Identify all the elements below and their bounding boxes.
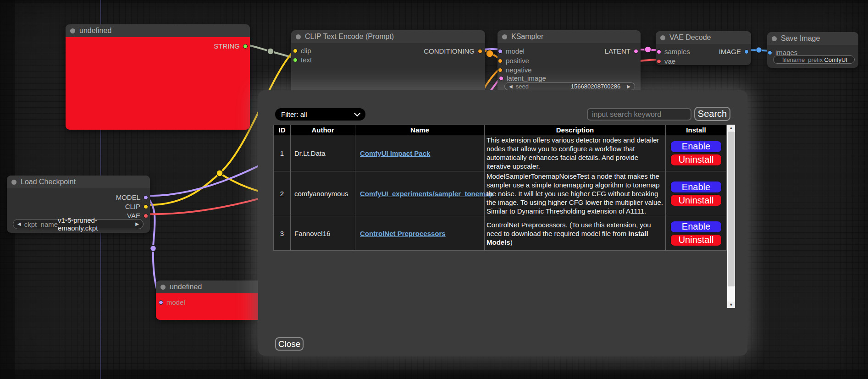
collapse-dot-icon[interactable] xyxy=(11,180,17,185)
reroute-dot-model[interactable] xyxy=(150,246,156,252)
collapse-dot-icon[interactable] xyxy=(296,34,301,39)
input-latent-image[interactable]: latent_image xyxy=(499,74,546,82)
output-model[interactable]: MODEL xyxy=(116,193,148,201)
image-port-dot[interactable] xyxy=(744,49,749,54)
uninstall-button[interactable]: Uninstall xyxy=(670,154,722,166)
description-text: ModelSamplerTonemapNoiseTest a node that… xyxy=(487,172,663,215)
node-titlebar[interactable]: undefined xyxy=(66,24,250,37)
filter-dropdown-label: Filter: all xyxy=(281,110,307,118)
extension-id: 3 xyxy=(274,216,291,251)
node-titlebar[interactable]: KSampler xyxy=(498,30,641,43)
vae-port-dot[interactable] xyxy=(657,59,661,64)
collapse-dot-icon[interactable] xyxy=(160,285,166,290)
output-image[interactable]: IMAGE xyxy=(719,48,749,55)
collapse-dot-icon[interactable] xyxy=(772,36,777,41)
node-body xyxy=(156,293,264,320)
output-conditioning[interactable]: CONDITIONING xyxy=(424,47,482,55)
node-ksampler[interactable]: KSampler model positive negative latent_… xyxy=(498,30,641,94)
seed-increment-icon[interactable] xyxy=(627,84,630,89)
filter-dropdown[interactable]: Filter: all xyxy=(275,108,365,121)
model-port-dot[interactable] xyxy=(159,300,163,305)
scrollbar-thumb[interactable] xyxy=(728,132,735,286)
input-clip[interactable]: clip xyxy=(293,47,311,55)
node-titlebar[interactable]: VAE Decode xyxy=(656,31,751,44)
search-button[interactable]: Search xyxy=(694,107,730,121)
reroute-dot-conditioning[interactable] xyxy=(486,50,493,57)
node-vae-decode[interactable]: VAE Decode samples vae IMAGE xyxy=(656,31,751,65)
latent-image-port-dot[interactable] xyxy=(499,76,503,81)
images-port-dot[interactable] xyxy=(768,50,772,55)
node-titlebar[interactable]: Load Checkpoint xyxy=(7,176,150,188)
node-titlebar[interactable]: CLIP Text Encode (Prompt) xyxy=(291,30,485,43)
node-titlebar[interactable]: undefined xyxy=(156,280,264,293)
input-positive[interactable]: positive xyxy=(498,57,529,65)
clip-port-dot[interactable] xyxy=(144,204,148,209)
extension-name-link[interactable]: ComfyUI Impact Pack xyxy=(360,149,430,157)
enable-button[interactable]: Enable xyxy=(670,221,722,233)
collapse-dot-icon[interactable] xyxy=(660,35,665,40)
enable-button[interactable]: Enable xyxy=(670,141,722,153)
extension-name-link[interactable]: ComfyUI_experiments/sampler_tonemap xyxy=(360,190,493,198)
uninstall-button[interactable]: Uninstall xyxy=(670,194,722,206)
input-vae[interactable]: vae xyxy=(657,57,675,65)
node-save-image[interactable]: Save Image images filename_prefix ComfyU… xyxy=(767,32,858,68)
seed-decrement-icon[interactable] xyxy=(509,84,513,89)
ckpt-name-widget[interactable]: ckpt_name v1-5-pruned-emaonly.ckpt xyxy=(13,219,144,229)
extension-install-cell: EnableUninstall xyxy=(666,135,727,171)
node-clip-text-encode[interactable]: CLIP Text Encode (Prompt) clip text COND… xyxy=(291,30,485,94)
scrollbar-up-icon[interactable]: ▲ xyxy=(727,125,735,131)
input-model[interactable]: model xyxy=(159,298,185,306)
collapse-dot-icon[interactable] xyxy=(502,34,507,39)
reroute-dot-string[interactable] xyxy=(267,48,274,55)
uninstall-button[interactable]: Uninstall xyxy=(670,234,722,246)
vae-port-dot[interactable] xyxy=(144,214,148,218)
reroute-dot-clip[interactable] xyxy=(216,170,223,176)
node-title: KSampler xyxy=(511,33,543,41)
ckpt-decrement-icon[interactable] xyxy=(17,222,21,226)
input-negative[interactable]: negative xyxy=(498,66,532,74)
input-text[interactable]: text xyxy=(293,56,312,64)
node-load-checkpoint[interactable]: Load Checkpoint MODEL CLIP VAE ckpt_name… xyxy=(7,176,150,233)
text-port-dot[interactable] xyxy=(293,58,298,62)
extension-install-cell: EnableUninstall xyxy=(666,216,727,251)
output-latent[interactable]: LATENT xyxy=(605,47,638,55)
output-vae[interactable]: VAE xyxy=(127,212,148,220)
positive-port-dot[interactable] xyxy=(498,59,503,63)
extension-author: Dr.Lt.Data xyxy=(291,135,355,171)
seed-label: seed xyxy=(516,83,529,90)
seed-widget[interactable]: seed 156680208700286 xyxy=(504,82,635,90)
node-undefined-top[interactable]: undefined STRING xyxy=(66,24,250,130)
negative-port-dot[interactable] xyxy=(498,68,503,72)
header-author: Author xyxy=(291,125,355,135)
description-text: ) xyxy=(510,238,513,246)
latent-port-dot[interactable] xyxy=(634,49,638,54)
close-button[interactable]: Close xyxy=(275,337,304,351)
search-input[interactable] xyxy=(587,108,691,121)
seed-value: 156680208700286 xyxy=(571,83,620,90)
string-port-dot[interactable] xyxy=(243,44,248,49)
reroute-dot-image[interactable] xyxy=(756,47,762,53)
ckpt-name-label: ckpt_name xyxy=(24,220,58,228)
output-string[interactable]: STRING xyxy=(214,42,248,50)
extension-description: ModelSamplerTonemapNoiseTest a node that… xyxy=(485,171,666,216)
reroute-dot-latent[interactable] xyxy=(645,46,651,53)
ckpt-name-value: v1-5-pruned-emaonly.ckpt xyxy=(58,216,128,232)
model-port-dot[interactable] xyxy=(144,195,148,200)
node-undefined-bottom[interactable]: undefined model xyxy=(156,280,264,320)
node-titlebar[interactable]: Save Image xyxy=(767,32,858,45)
samples-port-dot[interactable] xyxy=(657,49,661,54)
clip-port-dot[interactable] xyxy=(293,49,298,53)
extension-name-link[interactable]: ControlNet Preprocessors xyxy=(360,230,446,237)
model-port-dot[interactable] xyxy=(498,49,503,54)
ckpt-increment-icon[interactable] xyxy=(135,222,139,226)
node-title: Load Checkpoint xyxy=(21,178,76,186)
input-model[interactable]: model xyxy=(498,47,525,55)
table-scrollbar[interactable]: ▲ ▼ xyxy=(727,125,735,308)
collapse-dot-icon[interactable] xyxy=(70,28,75,33)
output-clip[interactable]: CLIP xyxy=(125,203,148,210)
input-samples[interactable]: samples xyxy=(657,48,690,55)
enable-button[interactable]: Enable xyxy=(670,181,722,193)
conditioning-port-dot[interactable] xyxy=(478,49,482,54)
scrollbar-down-icon[interactable]: ▼ xyxy=(727,302,735,308)
filename-prefix-widget[interactable]: filename_prefix ComfyUI xyxy=(773,55,855,64)
